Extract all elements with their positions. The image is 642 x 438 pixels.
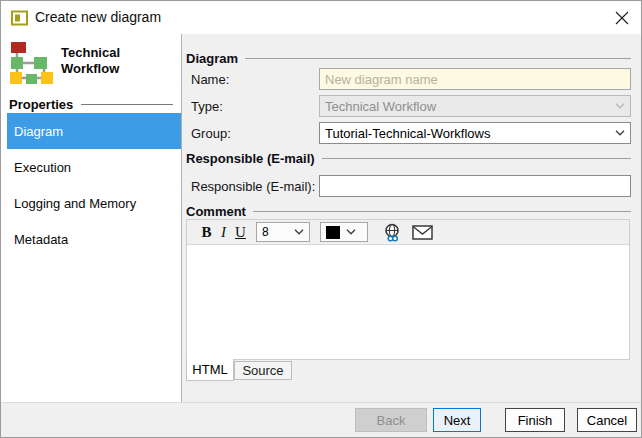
comment-text-area[interactable]	[187, 244, 629, 359]
chevron-down-icon	[346, 229, 356, 235]
diagram-group-header: Diagram	[186, 51, 631, 66]
chevron-down-icon	[615, 130, 625, 136]
font-size-value: 8	[262, 225, 294, 239]
footer-button-bar: Back Next Finish Cancel	[1, 402, 641, 437]
group-divider	[245, 58, 631, 59]
responsible-label: Responsible (E-mail):	[191, 179, 315, 194]
underline-button[interactable]: U	[232, 222, 249, 242]
sidebar-item-label: Logging and Memory	[14, 196, 136, 211]
properties-section-header: Properties	[9, 97, 173, 112]
group-combobox[interactable]: Tutorial-Technical-Workflows	[319, 122, 631, 144]
font-size-combobox[interactable]: 8	[256, 222, 310, 242]
sidebar-item-diagram[interactable]: Diagram	[7, 113, 181, 149]
back-button: Back	[355, 408, 427, 432]
mail-icon[interactable]	[412, 225, 433, 240]
group-value: Tutorial-Technical-Workflows	[325, 126, 615, 141]
cancel-button[interactable]: Cancel	[577, 408, 637, 432]
sidebar-item-metadata[interactable]: Metadata	[1, 221, 181, 257]
responsible-email-input[interactable]	[319, 175, 631, 197]
diagram-type-label: Technical Workflow	[61, 45, 171, 77]
comment-toolbar: B I U 8	[187, 220, 629, 244]
chevron-down-icon	[615, 103, 625, 109]
chevron-down-icon	[294, 229, 304, 235]
comment-editor-widget: B I U 8	[186, 219, 630, 360]
properties-nav: Diagram Execution Logging and Memory Met…	[1, 113, 181, 257]
title-bar: Create new diagram	[1, 1, 641, 34]
responsible-group-title: Responsible (E-mail)	[186, 151, 315, 166]
group-divider	[322, 158, 631, 159]
close-icon[interactable]	[612, 8, 632, 28]
responsible-group-header: Responsible (E-mail)	[186, 151, 631, 166]
tab-html[interactable]: HTML	[186, 359, 234, 381]
type-value: Technical Workflow	[325, 99, 615, 114]
group-label: Group:	[191, 126, 231, 141]
type-combobox: Technical Workflow	[319, 95, 631, 117]
properties-divider	[81, 104, 173, 105]
next-button[interactable]: Next	[433, 408, 481, 432]
sidebar: Technical Workflow Properties Diagram Ex…	[1, 34, 182, 402]
technical-workflow-icon	[9, 42, 55, 90]
color-swatch	[326, 226, 340, 239]
window-title: Create new diagram	[35, 1, 161, 34]
tab-source[interactable]: Source	[234, 361, 292, 380]
comment-tabstrip: HTML Source	[186, 360, 292, 383]
form-panel: Diagram Name: Type: Technical Workflow G…	[182, 34, 641, 402]
properties-section-title: Properties	[9, 97, 73, 112]
italic-button[interactable]: I	[215, 222, 232, 242]
sidebar-item-label: Metadata	[14, 232, 68, 247]
finish-button[interactable]: Finish	[505, 408, 565, 432]
type-label: Type:	[191, 99, 223, 114]
sidebar-item-label: Diagram	[14, 124, 63, 139]
hyperlink-globe-icon[interactable]	[384, 223, 404, 242]
sidebar-item-logging-and-memory[interactable]: Logging and Memory	[1, 185, 181, 221]
comment-group-header: Comment	[186, 204, 631, 219]
name-input[interactable]	[319, 68, 631, 90]
create-new-diagram-dialog: Create new diagram	[0, 0, 642, 438]
font-color-combobox[interactable]	[320, 222, 368, 242]
sidebar-item-execution[interactable]: Execution	[1, 149, 181, 185]
diagram-group-title: Diagram	[186, 51, 238, 66]
sidebar-item-label: Execution	[14, 160, 71, 175]
group-divider	[253, 211, 631, 212]
comment-group-title: Comment	[186, 204, 246, 219]
app-icon	[11, 10, 28, 30]
name-label: Name:	[191, 72, 229, 87]
bold-button[interactable]: B	[198, 222, 215, 242]
